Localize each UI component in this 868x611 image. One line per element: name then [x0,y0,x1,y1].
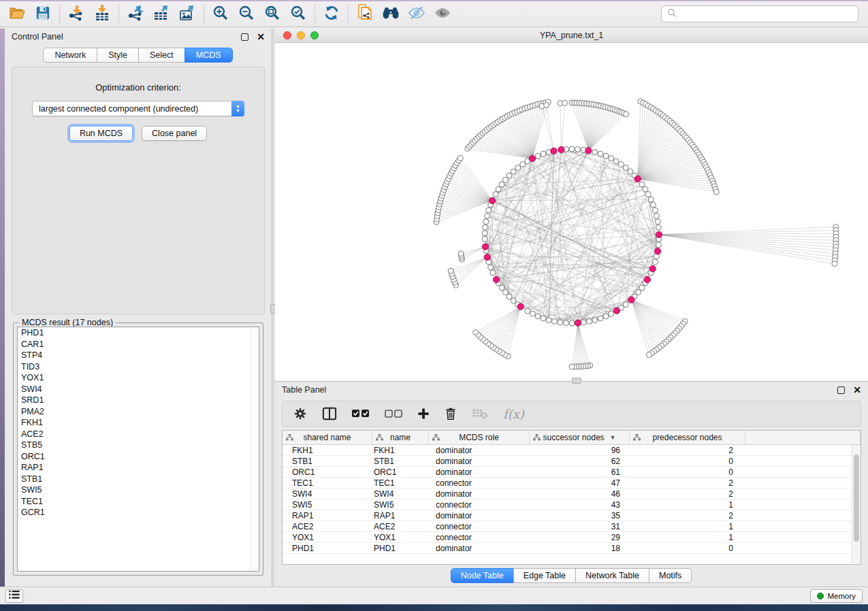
search-input[interactable] [680,10,852,19]
leaf-node[interactable] [448,268,453,274]
save-session-button[interactable] [30,3,56,25]
mcds-node[interactable] [628,297,634,303]
leaf-node[interactable] [646,352,652,357]
mcds-result-item[interactable]: SRD1 [18,395,259,406]
network-node[interactable] [499,182,504,187]
mcds-node[interactable] [644,276,650,282]
leaf-node[interactable] [713,189,719,195]
node-table[interactable]: shared namenameMCDS rolesuccessor nodes▼… [282,430,861,565]
network-node[interactable] [535,314,541,319]
zoom-fit-button[interactable] [259,3,285,25]
mcds-node[interactable] [655,248,661,254]
network-node[interactable] [511,298,516,303]
mcds-node[interactable] [634,176,641,182]
close-panel-icon[interactable]: ✕ [853,386,861,394]
tab-network[interactable]: Network [43,48,97,63]
scrollbar-thumb[interactable] [854,455,859,542]
column-selector-icon[interactable] [322,407,337,420]
column-header-name[interactable]: name [372,431,429,444]
network-node[interactable] [511,169,516,174]
mcds-result-item[interactable]: SWI5 [18,484,259,496]
leaf-node[interactable] [624,112,629,117]
zoom-in-button[interactable] [208,3,234,25]
network-node[interactable] [546,318,551,323]
add-column-icon[interactable] [417,408,430,420]
network-canvas[interactable] [275,43,868,381]
network-node[interactable] [569,146,575,152]
mcds-node[interactable] [529,155,535,161]
open-file-button[interactable] [4,3,30,25]
tab-network-table[interactable]: Network Table [575,568,649,583]
show-all-button[interactable] [430,3,455,25]
network-node[interactable] [628,169,633,174]
memory-button[interactable]: Memory [810,589,863,603]
network-node[interactable] [535,153,541,159]
network-node[interactable] [499,285,504,291]
network-node[interactable] [525,308,530,314]
network-node[interactable] [541,151,546,156]
tab-style[interactable]: Style [97,48,139,63]
network-node[interactable] [515,165,521,171]
zoom-out-button[interactable] [234,3,259,25]
network-node[interactable] [609,156,614,161]
leaf-node[interactable] [569,364,575,369]
mcds-result-item[interactable]: STB1 [18,474,259,485]
column-header-predecessor-nodes[interactable]: predecessor nodes [630,431,745,444]
network-node[interactable] [485,213,490,218]
search-box[interactable] [661,5,858,22]
refresh-layout-button[interactable] [319,3,344,25]
table-row[interactable]: YOX1YOX1connector291 [283,532,861,543]
first-neighbors-button[interactable] [378,3,404,25]
select-all-checkboxes-icon[interactable] [352,409,370,418]
table-row[interactable]: TEC1TEC1connector472 [283,478,861,489]
network-node[interactable] [609,311,614,316]
mcds-node[interactable] [585,148,592,154]
list-scrollbar[interactable] [250,328,258,570]
mcds-node[interactable] [649,265,656,271]
mcds-result-item[interactable]: RAP1 [18,462,259,474]
network-node[interactable] [613,159,619,164]
mcds-result-item[interactable]: ORC1 [18,451,259,463]
network-node[interactable] [592,150,598,155]
mcds-result-list[interactable]: PHD1CAR1STP4TID3YOX1SWI4SRD1PMA2FKH1ACE2… [17,327,259,572]
leaf-node[interactable] [457,155,463,161]
mcds-result-item[interactable]: SWI4 [18,384,259,395]
tab-node-table[interactable]: Node Table [451,568,514,583]
table-row[interactable]: RAP1RAP1dominator352 [283,510,861,521]
mcds-result-item[interactable]: TEC1 [18,496,259,508]
mcds-result-item[interactable]: YOX1 [18,372,259,384]
settings-gear-icon[interactable] [293,407,307,420]
hide-selected-button[interactable] [404,3,430,25]
network-node[interactable] [493,192,498,197]
network-node[interactable] [603,314,609,319]
network-node[interactable] [486,208,492,213]
mcds-result-item[interactable]: GCR1 [18,507,259,518]
network-node[interactable] [530,311,535,316]
mcds-node[interactable] [494,276,500,282]
export-network-button[interactable] [123,3,148,25]
delete-column-icon[interactable] [445,407,457,420]
table-row[interactable]: FKH1FKH1dominator962 [283,445,861,456]
tab-mcds[interactable]: MCDS [184,48,233,63]
mcds-result-item[interactable]: STP4 [18,350,259,361]
network-node[interactable] [552,318,558,324]
table-row[interactable]: SWI4SWI4dominator462 [283,489,861,499]
mcds-node[interactable] [489,197,496,203]
network-node[interactable] [507,294,512,299]
network-node[interactable] [483,225,488,230]
mcds-node[interactable] [517,303,524,310]
mcds-node[interactable] [575,320,581,326]
tab-motifs[interactable]: Motifs [649,568,692,583]
network-node[interactable] [598,316,603,321]
network-node[interactable] [623,302,628,308]
import-network-button[interactable] [63,3,89,25]
network-node[interactable] [575,146,581,152]
export-table-button[interactable] [148,3,174,25]
close-panel-icon[interactable]: ✕ [257,33,265,41]
mcds-node[interactable] [551,148,557,154]
tab-select[interactable]: Select [138,48,185,63]
column-header-MCDS-role[interactable]: MCDS role [429,431,530,444]
network-node[interactable] [490,270,496,276]
close-panel-button[interactable]: Close panel [142,126,207,141]
leaf-node[interactable] [544,103,549,108]
